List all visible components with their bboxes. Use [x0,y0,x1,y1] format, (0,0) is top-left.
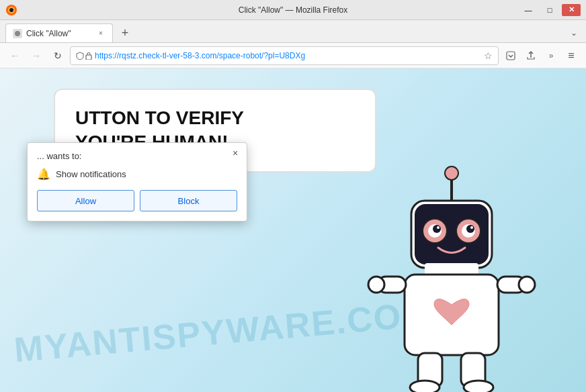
menu-button[interactable]: ≡ [562,46,581,65]
reload-button[interactable]: ↻ [48,46,67,65]
security-icon [76,52,84,60]
svg-point-27 [464,381,493,392]
popup-notification-row: 🔔 Show notifications [37,168,237,181]
security-icons [76,52,92,60]
new-tab-button[interactable]: + [116,23,134,42]
close-button[interactable]: ✕ [562,4,581,16]
popup-buttons: Allow Block [37,190,237,211]
robot-svg [351,164,552,392]
share-button[interactable] [521,46,540,65]
bookmark-icon[interactable]: ☆ [484,50,493,61]
title-bar: Click "Allow" — Mozilla Firefox — □ ✕ [0,0,586,20]
firefox-icon [5,4,17,16]
allow-button[interactable]: Allow [37,190,134,211]
url-text: https://rqstz.check-tl-ver-58-3.com/spac… [95,51,481,60]
more-tools-button[interactable]: » [542,46,560,65]
block-button[interactable]: Block [140,190,237,211]
popup-notification-text: Show notifications [56,169,126,179]
svg-point-7 [445,166,458,180]
nav-bar: ← → ↻ https://rqstz.check-tl-ver-58-3.co… [0,43,586,68]
popup-title: ... wants to: [37,151,237,161]
tab-label: Click "Allow" [26,29,71,38]
svg-point-25 [410,381,440,392]
lock-icon [85,52,92,60]
tab-dropdown-button[interactable]: ⌄ [567,26,581,40]
tab-bar-right: ⌄ [567,23,581,42]
pocket-icon [505,50,516,61]
content-area: MYANTISPYWARE.COM UTTON TO VERIFY YOU'RE… [0,68,586,392]
notification-popup: × ... wants to: 🔔 Show notifications All… [27,142,247,222]
svg-point-21 [368,277,384,293]
svg-point-16 [437,226,440,229]
title-bar-title: Click "Allow" — Mozilla Firefox [239,5,348,15]
robot-character [351,164,552,392]
svg-point-23 [519,277,535,293]
active-tab[interactable]: Click "Allow" × [5,23,113,42]
pocket-button[interactable] [501,46,520,65]
title-bar-left [5,4,17,16]
svg-point-3 [15,31,20,36]
bell-icon: 🔔 [37,168,50,181]
svg-rect-4 [86,55,91,60]
tab-favicon [13,29,22,38]
forward-button[interactable]: → [27,46,46,65]
svg-point-2 [9,8,13,12]
title-bar-controls: — □ ✕ [519,4,581,16]
svg-point-14 [433,225,441,233]
svg-rect-5 [507,52,515,60]
popup-close-button[interactable]: × [229,147,241,159]
svg-point-17 [470,226,473,229]
share-icon [526,50,536,61]
tab-close-button[interactable]: × [96,29,106,38]
minimize-button[interactable]: — [519,4,538,16]
address-bar[interactable]: https://rqstz.check-tl-ver-58-3.com/spac… [70,46,499,65]
tab-bar: Click "Allow" × + ⌄ [0,20,586,43]
maximize-button[interactable]: □ [540,4,559,16]
svg-point-15 [466,225,474,233]
back-button[interactable]: ← [5,46,24,65]
nav-right-buttons: » ≡ [501,46,581,65]
address-bar-icons: ☆ [484,50,493,61]
